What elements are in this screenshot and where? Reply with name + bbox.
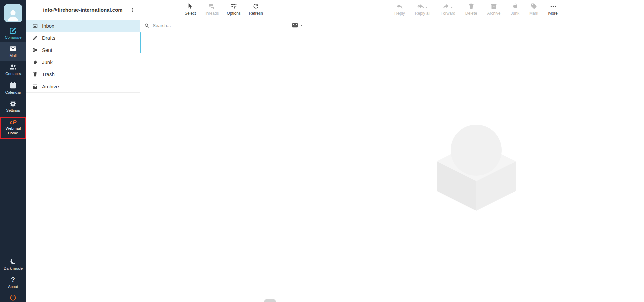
folder-trash[interactable]: Trash [26, 68, 140, 80]
search-input[interactable] [153, 23, 289, 28]
compose-icon [9, 27, 17, 34]
folder-label: Inbox [42, 23, 54, 29]
mailbox-header: info@firehorse-international.com [26, 0, 140, 20]
more-button[interactable]: More [548, 3, 558, 16]
folder-sent[interactable]: Sent [26, 44, 140, 56]
mark-button[interactable]: Mark [529, 3, 538, 16]
select-label: Select [185, 11, 196, 16]
reply-icon [396, 3, 403, 10]
settings-label: Settings [6, 108, 20, 113]
junk-button[interactable]: Junk [511, 3, 519, 16]
webmail-app: Compose Mail Contacts Cale [0, 0, 644, 302]
message-view-empty [308, 20, 644, 302]
message-toolbar: Reply Reply all [308, 0, 644, 20]
archive-box-icon [32, 83, 38, 89]
folder-label: Trash [42, 71, 55, 77]
reply-label: Reply [394, 11, 405, 16]
folder-archive[interactable]: Archive [26, 80, 140, 93]
cpanel-logo: cP [10, 120, 17, 126]
sent-plane-icon [32, 47, 38, 53]
sidebar-item-compose[interactable]: Compose [0, 24, 26, 42]
junk-flame-icon [512, 3, 519, 10]
list-bottom-handle[interactable] [264, 299, 276, 302]
contacts-label: Contacts [5, 72, 21, 76]
watermark-graphic [426, 110, 527, 211]
delete-trash-icon [468, 3, 475, 10]
folder-list: Inbox Drafts Sent Junk [26, 20, 140, 93]
person-avatar-icon [6, 7, 21, 22]
chevron-down-icon [299, 23, 304, 28]
sidebar-item-webmail-home[interactable]: cP Webmail Home [0, 117, 26, 139]
folder-inbox[interactable]: Inbox [26, 20, 140, 32]
junk-flame-icon [32, 59, 38, 65]
about-label: About [8, 284, 18, 289]
refresh-button[interactable]: Refresh [249, 3, 263, 16]
taskbar: Compose Mail Contacts Cale [0, 0, 26, 302]
search-icon [144, 23, 150, 28]
delete-button[interactable]: Delete [465, 3, 477, 16]
folder-drafts[interactable]: Drafts [26, 32, 140, 44]
refresh-icon [252, 3, 259, 10]
folder-junk[interactable]: Junk [26, 56, 140, 68]
reply-all-button[interactable]: Reply all [415, 3, 430, 16]
search-bar [140, 20, 308, 31]
archive-button[interactable]: Archive [487, 3, 501, 16]
threads-label: Threads [204, 11, 219, 16]
webmail-home-label-line1: Webmail [6, 126, 21, 131]
threads-button[interactable]: Threads [204, 3, 219, 16]
compose-label: Compose [5, 35, 21, 40]
kebab-menu-icon [129, 7, 136, 13]
archive-label: Archive [487, 11, 501, 16]
message-list-empty [140, 31, 308, 302]
message-list-toolbar: Select Threads Options [140, 0, 308, 20]
select-pointer-icon [187, 3, 194, 10]
options-label: Options [227, 11, 241, 16]
sidebar-item-mail[interactable]: Mail [0, 42, 26, 61]
calendar-icon [9, 82, 17, 89]
sidebar-item-dark-mode[interactable]: Dark mode [0, 255, 26, 273]
refresh-label: Refresh [249, 11, 263, 16]
sidebar-item-calendar[interactable]: Calendar [0, 79, 26, 97]
forward-label: Forward [441, 11, 455, 16]
avatar[interactable] [4, 4, 22, 22]
more-label: More [548, 11, 558, 16]
message-content-column: Reply Reply all [308, 0, 644, 302]
junk-label: Junk [511, 11, 519, 16]
power-icon [9, 294, 17, 301]
sidebar-item-logout[interactable] [0, 292, 26, 302]
scrollbar-thumb[interactable] [140, 32, 141, 53]
moon-icon [9, 258, 17, 265]
sidebar-item-settings[interactable]: Settings [0, 97, 26, 115]
forward-button[interactable]: Forward [441, 3, 455, 16]
taskbar-bottom-group: Dark mode ? About [0, 255, 26, 302]
drafts-pencil-icon [32, 35, 38, 41]
mail-icon [9, 45, 17, 53]
options-sliders-icon [230, 3, 237, 10]
more-dots-icon [550, 3, 557, 10]
folder-label: Drafts [42, 35, 55, 41]
sidebar-item-about[interactable]: ? About [0, 273, 26, 292]
reply-all-icon [417, 3, 424, 10]
options-button[interactable]: Options [227, 3, 241, 16]
archive-box-icon [490, 3, 497, 10]
select-button[interactable]: Select [185, 3, 196, 16]
forward-icon [442, 3, 449, 10]
folder-label: Archive [42, 83, 59, 89]
reply-button[interactable]: Reply [394, 3, 405, 16]
folder-actions-menu-button[interactable] [129, 7, 136, 13]
sidebar-item-contacts[interactable]: Contacts [0, 61, 26, 79]
account-email: info@firehorse-international.com [43, 7, 122, 13]
contacts-icon [9, 63, 17, 71]
trash-icon [32, 71, 38, 77]
dark-mode-label: Dark mode [4, 266, 23, 271]
search-scope-button[interactable] [292, 22, 304, 29]
inbox-icon [32, 23, 38, 29]
reply-all-label: Reply all [415, 11, 430, 16]
mark-label: Mark [529, 11, 538, 16]
delete-label: Delete [465, 11, 477, 16]
mark-tag-icon [530, 3, 537, 10]
chevron-down-icon [424, 6, 428, 10]
question-icon: ? [11, 276, 15, 283]
settings-gear-icon [9, 100, 17, 107]
envelope-icon [292, 22, 298, 29]
